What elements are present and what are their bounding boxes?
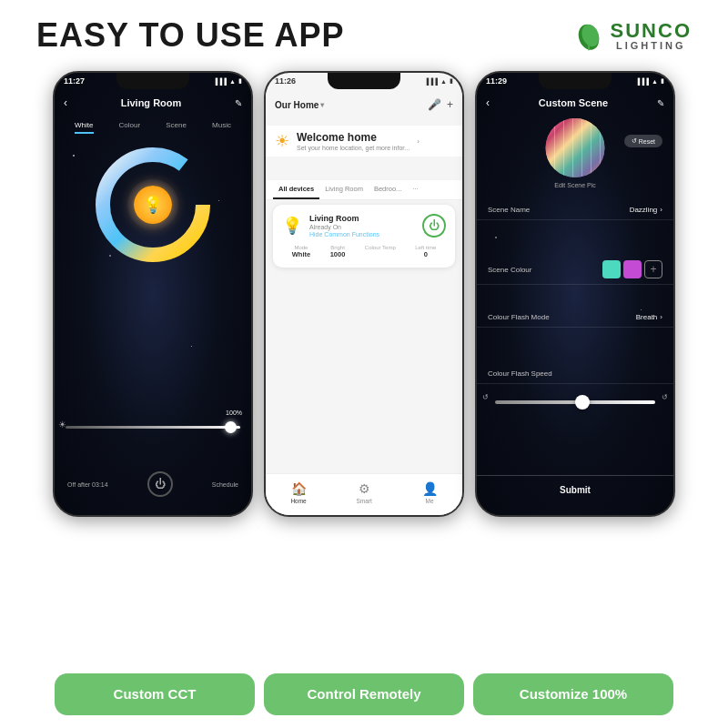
home-nav-icon: 🏠 xyxy=(291,481,307,496)
phone1-wrapper: 11:27 ▐▐▐ ▲ ▮ ‹ Living Room ✎ xyxy=(53,71,253,659)
bulb-icon: 💡 xyxy=(143,195,163,215)
home-title-row: Our Home ▾ 🎤 + xyxy=(275,98,453,111)
phone3-time: 11:29 xyxy=(486,76,507,86)
flash-speed-slider[interactable] xyxy=(495,400,655,404)
welcome-sub: Set your home location, get more infor..… xyxy=(297,145,410,151)
scene-colour-field: Scene Colour + xyxy=(477,255,673,285)
sunco-leaf-icon xyxy=(572,19,605,52)
chevron-right-icon: › xyxy=(417,137,420,146)
phone1-time: 11:27 xyxy=(64,76,85,86)
reset-label: Reset xyxy=(639,138,655,145)
tab-white[interactable]: White xyxy=(75,118,93,134)
speed-min-icon: ↺ xyxy=(482,393,489,401)
brand-name: SUNCO xyxy=(611,21,692,41)
color-swatch-purple[interactable] xyxy=(623,260,642,278)
phone2-status-bar: 11:26 ▐▐▐ ▲ ▮ xyxy=(266,75,462,87)
phone3-screen-title: Custom Scene xyxy=(490,97,657,108)
phone3-status-bar: 11:29 ▐▐▐ ▲ ▮ xyxy=(477,75,673,87)
schedule-label: Schedule xyxy=(212,481,238,488)
logo: SUNCO LIGHTING xyxy=(572,19,692,52)
flash-mode-label: Colour Flash Mode xyxy=(488,313,550,321)
tab-more-icon[interactable]: ··· xyxy=(407,180,423,199)
timer-label: Off after 03:14 xyxy=(67,481,108,488)
nav-me[interactable]: 👤 Me xyxy=(422,481,438,504)
submit-button[interactable]: Submit xyxy=(477,475,673,495)
add-color-button[interactable]: + xyxy=(644,260,662,278)
scene-colour-swatches: + xyxy=(602,260,662,278)
tab-living-room[interactable]: Living Room xyxy=(319,180,369,199)
tab-all-devices[interactable]: All devices xyxy=(273,180,319,199)
phone3-screen: 11:29 ▐▐▐ ▲ ▮ ‹ Custom Scene ✎ xyxy=(477,73,673,515)
badge-custom-cct: Custom CCT xyxy=(55,673,255,715)
color-swatch-teal[interactable] xyxy=(602,260,621,278)
battery-icon: ▮ xyxy=(238,77,242,85)
flash-mode-field: Colour Flash Mode Breath › xyxy=(477,308,673,328)
scene-name-field: Scene Name Dazzling › xyxy=(477,200,673,220)
flash-mode-value: Breath › xyxy=(636,313,662,321)
tab-scene[interactable]: Scene xyxy=(166,118,187,134)
badge-label-1: Custom CCT xyxy=(114,686,197,703)
stat-mode: Mode White xyxy=(292,245,310,258)
signal-icon: ▐▐▐ xyxy=(213,78,227,85)
page: EASY TO USE APP SUNCO LIGHTING xyxy=(0,0,728,728)
me-nav-icon: 👤 xyxy=(422,481,438,496)
edit-scene-label: Edit Scene Pic xyxy=(554,182,596,188)
chevron-down-icon: ▾ xyxy=(320,101,324,109)
feature-badges: Custom CCT Control Remotely Customize 10… xyxy=(0,666,728,728)
page-title: EASY TO USE APP xyxy=(36,16,344,55)
phone1-screen-title: Living Room xyxy=(67,97,235,108)
bulb-center: 💡 xyxy=(134,186,172,224)
tab-colour[interactable]: Colour xyxy=(119,118,141,134)
tab-bedroom[interactable]: Bedroo... xyxy=(369,180,407,199)
brightness-slider-thumb[interactable] xyxy=(225,421,237,433)
brightness-slider-container: ☀ 100% xyxy=(66,426,240,429)
hide-functions-link[interactable]: Hide Common Functions xyxy=(309,231,379,238)
mic-icon[interactable]: 🎤 xyxy=(428,98,441,111)
add-icon[interactable]: + xyxy=(447,98,453,111)
device-name: Living Room xyxy=(309,214,379,223)
phone2-time: 11:26 xyxy=(275,76,296,86)
device-info: 💡 Living Room Already On Hide Common Fun… xyxy=(282,214,379,238)
signal-icon: ▐▐▐ xyxy=(424,78,438,85)
phone1-screen: 11:27 ▐▐▐ ▲ ▮ ‹ Living Room ✎ xyxy=(55,73,251,515)
chevron-right-icon: › xyxy=(660,206,662,214)
device-details: Living Room Already On Hide Common Funct… xyxy=(309,214,379,238)
scene-preview xyxy=(546,118,605,177)
phone1-nav: ‹ Living Room ✎ xyxy=(55,93,251,113)
brightness-slider[interactable]: 100% xyxy=(66,426,240,429)
edit-icon[interactable]: ✎ xyxy=(235,98,242,108)
star xyxy=(73,155,75,157)
logo-text: SUNCO LIGHTING xyxy=(611,21,692,51)
scene-name-label: Scene Name xyxy=(488,206,530,214)
nav-home[interactable]: 🏠 Home xyxy=(290,481,306,504)
tab-music[interactable]: Music xyxy=(212,118,231,134)
flash-speed-thumb[interactable] xyxy=(575,395,590,410)
flash-speed-label: Colour Flash Speed xyxy=(488,369,552,378)
power-button[interactable]: ⏻ xyxy=(147,471,173,497)
device-power-button[interactable]: ⏻ xyxy=(422,214,446,238)
color-ring: 💡 xyxy=(94,146,212,264)
welcome-section: ☀ Welcome home Set your home location, g… xyxy=(266,126,462,157)
edit-icon[interactable]: ✎ xyxy=(657,98,664,108)
phone3-nav: ‹ Custom Scene ✎ xyxy=(477,93,673,113)
phone1-status-icons: ▐▐▐ ▲ ▮ xyxy=(213,77,242,85)
reset-button[interactable]: ↺ Reset xyxy=(624,135,662,147)
brightness-value: 100% xyxy=(226,410,242,416)
phone2-wrapper: 11:26 ▐▐▐ ▲ ▮ Our Home ▾ xyxy=(264,71,464,659)
badge-control-remotely: Control Remotely xyxy=(264,673,464,715)
stat-left-time: Left time 0 xyxy=(415,245,436,258)
brand-subtitle: LIGHTING xyxy=(611,41,692,51)
smart-nav-icon: ⚙ xyxy=(359,481,370,496)
phone2-tabs[interactable]: All devices Living Room Bedroo... ··· xyxy=(266,180,462,200)
nav-smart[interactable]: ⚙ Smart xyxy=(356,481,371,504)
star xyxy=(218,200,219,201)
device-row: 💡 Living Room Already On Hide Common Fun… xyxy=(282,214,446,238)
star xyxy=(191,346,192,347)
star xyxy=(495,237,497,238)
phone3-wrapper: 11:29 ▐▐▐ ▲ ▮ ‹ Custom Scene ✎ xyxy=(475,71,675,659)
device-status: Already On xyxy=(309,224,379,230)
home-title: Our Home ▾ xyxy=(275,100,324,110)
badge-label-3: Customize 100% xyxy=(520,686,627,703)
phone1-tabs[interactable]: White Colour Scene Music xyxy=(55,118,251,134)
wifi-icon: ▲ xyxy=(652,78,658,85)
